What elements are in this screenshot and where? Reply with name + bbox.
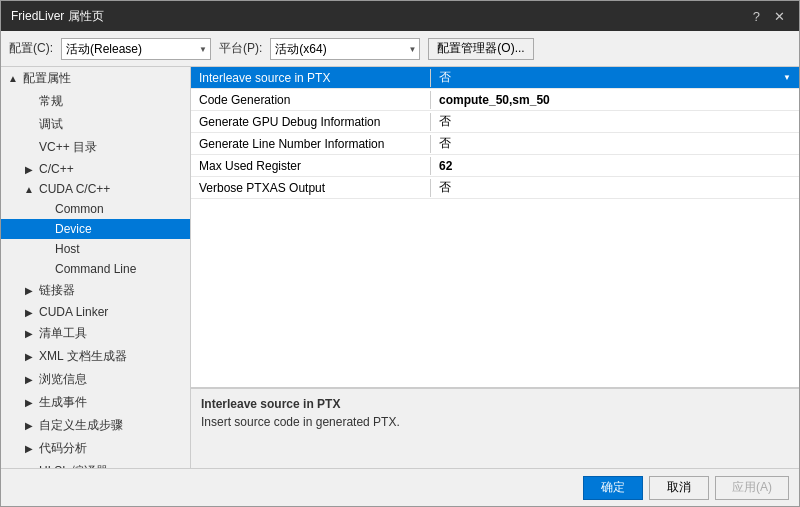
- tree-item-cuda-linker[interactable]: ▶CUDA Linker: [1, 302, 190, 322]
- prop-value-text-codegen: compute_50,sm_50: [439, 93, 550, 107]
- tree-label-debug: 调试: [37, 116, 63, 133]
- tree-label-vcpp: VC++ 目录: [37, 139, 97, 156]
- tree-label-xml-gen: XML 文档生成器: [37, 348, 127, 365]
- tree-label-cuda-device: Device: [53, 222, 92, 236]
- tree-label-code-analysis: 代码分析: [37, 440, 87, 457]
- prop-row-interleave[interactable]: Interleave source in PTX否▼: [191, 67, 799, 89]
- prop-value-verbose: 否: [431, 177, 799, 198]
- prop-table-inner: Interleave source in PTX否▼Code Generatio…: [191, 67, 799, 199]
- tree-item-clean-tools[interactable]: ▶清单工具: [1, 322, 190, 345]
- platform-select-wrapper: 活动(x64): [270, 38, 420, 60]
- tree-item-cuda-cmdline[interactable]: Command Line: [1, 259, 190, 279]
- property-window: FriedLiver 属性页 ? ✕ 配置(C): 活动(Release) 平台…: [0, 0, 800, 507]
- property-table: Interleave source in PTX否▼Code Generatio…: [191, 67, 799, 388]
- prop-row-maxreg[interactable]: Max Used Register62: [191, 155, 799, 177]
- tree-item-linker[interactable]: ▶链接器: [1, 279, 190, 302]
- tree-panel: ▲配置属性常规调试VC++ 目录▶C/C++▲CUDA C/C++CommonD…: [1, 67, 191, 468]
- tree-label-cpp: C/C++: [37, 162, 74, 176]
- config-bar: 配置(C): 活动(Release) 平台(P): 活动(x64) 配置管理器(…: [1, 31, 799, 67]
- tree-label-build-events: 生成事件: [37, 394, 87, 411]
- config-select-wrapper: 活动(Release): [61, 38, 211, 60]
- prop-name-gpu-debug: Generate GPU Debug Information: [191, 113, 431, 131]
- tree-item-common[interactable]: 常规: [1, 90, 190, 113]
- tree-expander-build-events: ▶: [21, 397, 37, 408]
- tree-item-vcpp[interactable]: VC++ 目录: [1, 136, 190, 159]
- prop-value-text-gpu-debug: 否: [439, 113, 451, 130]
- prop-value-interleave: 否▼: [431, 67, 799, 88]
- tree-expander-linker: ▶: [21, 285, 37, 296]
- config-select[interactable]: 活动(Release): [61, 38, 211, 60]
- tree-item-build-events[interactable]: ▶生成事件: [1, 391, 190, 414]
- close-button[interactable]: ✕: [770, 9, 789, 24]
- tree-item-cuda[interactable]: ▲CUDA C/C++: [1, 179, 190, 199]
- prop-value-text-interleave: 否: [439, 69, 451, 86]
- desc-text: Insert source code in generated PTX.: [201, 415, 789, 429]
- tree-item-cuda-host[interactable]: Host: [1, 239, 190, 259]
- tree-label-browser: 浏览信息: [37, 371, 87, 388]
- prop-value-text-verbose: 否: [439, 179, 451, 196]
- tree-label-custom-build: 自定义生成步骤: [37, 417, 123, 434]
- tree-expander-clean-tools: ▶: [21, 328, 37, 339]
- tree-label-linker: 链接器: [37, 282, 75, 299]
- prop-name-maxreg: Max Used Register: [191, 157, 431, 175]
- tree-expander-code-analysis: ▶: [21, 443, 37, 454]
- tree-label-clean-tools: 清单工具: [37, 325, 87, 342]
- title-controls: ? ✕: [749, 9, 789, 24]
- prop-name-interleave: Interleave source in PTX: [191, 69, 431, 87]
- description-area: Interleave source in PTX Insert source c…: [191, 388, 799, 468]
- prop-value-text-lineno: 否: [439, 135, 451, 152]
- prop-name-verbose: Verbose PTXAS Output: [191, 179, 431, 197]
- manage-config-button[interactable]: 配置管理器(O)...: [428, 38, 533, 60]
- tree-label-cuda: CUDA C/C++: [37, 182, 110, 196]
- tree-expander-config-props: ▲: [5, 73, 21, 84]
- tree-label-cuda-cmdline: Command Line: [53, 262, 136, 276]
- tree-item-cpp[interactable]: ▶C/C++: [1, 159, 190, 179]
- prop-row-codegen[interactable]: Code Generationcompute_50,sm_50: [191, 89, 799, 111]
- prop-row-verbose[interactable]: Verbose PTXAS Output否: [191, 177, 799, 199]
- main-content: ▲配置属性常规调试VC++ 目录▶C/C++▲CUDA C/C++CommonD…: [1, 67, 799, 468]
- tree-item-custom-build[interactable]: ▶自定义生成步骤: [1, 414, 190, 437]
- platform-select[interactable]: 活动(x64): [270, 38, 420, 60]
- tree-expander-cpp: ▶: [21, 164, 37, 175]
- prop-value-text-maxreg: 62: [439, 159, 452, 173]
- prop-value-codegen: compute_50,sm_50: [431, 91, 799, 109]
- help-button[interactable]: ?: [749, 9, 764, 24]
- prop-value-gpu-debug: 否: [431, 111, 799, 132]
- tree-expander-browser: ▶: [21, 374, 37, 385]
- prop-value-maxreg: 62: [431, 157, 799, 175]
- title-bar: FriedLiver 属性页 ? ✕: [1, 1, 799, 31]
- right-panel: Interleave source in PTX否▼Code Generatio…: [191, 67, 799, 468]
- tree-label-common: 常规: [37, 93, 63, 110]
- prop-row-lineno[interactable]: Generate Line Number Information否: [191, 133, 799, 155]
- prop-name-codegen: Code Generation: [191, 91, 431, 109]
- tree-item-debug[interactable]: 调试: [1, 113, 190, 136]
- tree-expander-cuda: ▲: [21, 184, 37, 195]
- bottom-bar: 确定 取消 应用(A): [1, 468, 799, 506]
- tree-item-hlsl[interactable]: ▶HLSL 编译器: [1, 460, 190, 468]
- tree-item-browser[interactable]: ▶浏览信息: [1, 368, 190, 391]
- tree-item-config-props[interactable]: ▲配置属性: [1, 67, 190, 90]
- window-title: FriedLiver 属性页: [11, 8, 104, 25]
- tree-item-cuda-common[interactable]: Common: [1, 199, 190, 219]
- config-label: 配置(C):: [9, 40, 53, 57]
- prop-name-lineno: Generate Line Number Information: [191, 135, 431, 153]
- platform-label: 平台(P):: [219, 40, 262, 57]
- desc-title: Interleave source in PTX: [201, 397, 789, 411]
- apply-button[interactable]: 应用(A): [715, 476, 789, 500]
- prop-value-lineno: 否: [431, 133, 799, 154]
- ok-button[interactable]: 确定: [583, 476, 643, 500]
- tree-label-cuda-common: Common: [53, 202, 104, 216]
- cancel-button[interactable]: 取消: [649, 476, 709, 500]
- dropdown-arrow-interleave[interactable]: ▼: [783, 73, 791, 82]
- tree-item-cuda-device[interactable]: Device: [1, 219, 190, 239]
- tree-expander-xml-gen: ▶: [21, 351, 37, 362]
- prop-row-gpu-debug[interactable]: Generate GPU Debug Information否: [191, 111, 799, 133]
- tree-item-xml-gen[interactable]: ▶XML 文档生成器: [1, 345, 190, 368]
- tree-expander-cuda-linker: ▶: [21, 307, 37, 318]
- tree-item-code-analysis[interactable]: ▶代码分析: [1, 437, 190, 460]
- tree-label-config-props: 配置属性: [21, 70, 71, 87]
- tree-label-cuda-host: Host: [53, 242, 80, 256]
- tree-label-cuda-linker: CUDA Linker: [37, 305, 108, 319]
- tree-expander-custom-build: ▶: [21, 420, 37, 431]
